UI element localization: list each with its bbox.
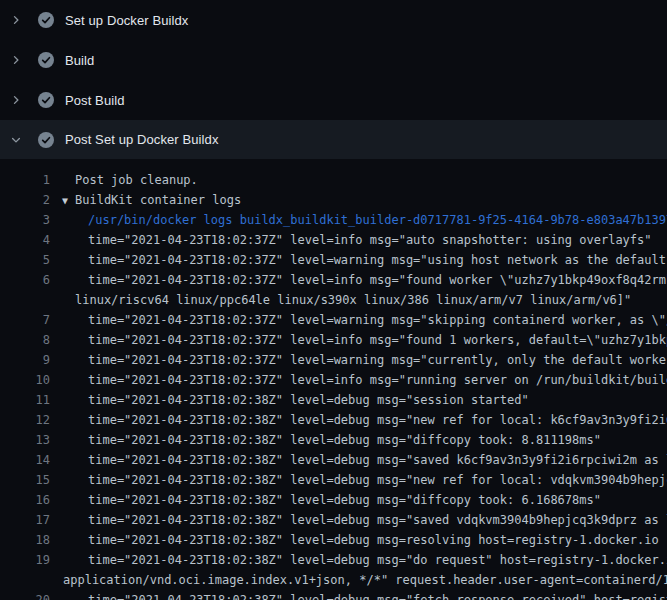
check-circle-icon xyxy=(38,12,54,28)
log-line-number[interactable]: 18 xyxy=(0,530,50,550)
log-line-number[interactable]: 19 xyxy=(0,550,50,570)
log-line-text: application/vnd.oci.image.index.v1+json,… xyxy=(63,573,667,587)
log-line: 17 time="2021-04-23T18:02:38Z" level=deb… xyxy=(0,510,667,530)
step-title: Post Build xyxy=(65,93,125,108)
log-line-text: /usr/bin/docker logs buildx_buildkit_bui… xyxy=(88,213,667,227)
log-line-number[interactable]: 5 xyxy=(0,250,50,270)
log-line: 11 time="2021-04-23T18:02:38Z" level=deb… xyxy=(0,390,667,410)
log-line-text: time="2021-04-23T18:02:37Z" level=warnin… xyxy=(88,353,667,367)
log-line: 12 time="2021-04-23T18:02:38Z" level=deb… xyxy=(0,410,667,430)
check-circle-icon xyxy=(38,132,54,148)
log-line: application/vnd.oci.image.index.v1+json,… xyxy=(0,570,667,590)
log-line-number[interactable]: 9 xyxy=(0,350,50,370)
log-line: 2 ▼BuildKit container logs xyxy=(0,190,667,210)
log-line: 9 time="2021-04-23T18:02:37Z" level=warn… xyxy=(0,350,667,370)
chevron-right-icon xyxy=(10,54,22,66)
check-circle-icon xyxy=(38,52,54,68)
log-line-text: time="2021-04-23T18:02:37Z" level=info m… xyxy=(88,333,667,347)
log-line: 8 time="2021-04-23T18:02:37Z" level=info… xyxy=(0,330,667,350)
log-line-number[interactable]: 12 xyxy=(0,410,50,430)
log-line-number[interactable]: 11 xyxy=(0,390,50,410)
log-line-number[interactable]: 20 xyxy=(0,590,50,600)
step-title: Post Set up Docker Buildx xyxy=(65,132,219,147)
log-line: 3 /usr/bin/docker logs buildx_buildkit_b… xyxy=(0,210,667,230)
log-line-text: time="2021-04-23T18:02:38Z" level=debug … xyxy=(88,413,667,427)
log-area: 1 Post job cleanup. 2 ▼BuildKit containe… xyxy=(0,159,667,600)
step-title: Set up Docker Buildx xyxy=(65,13,188,28)
log-line-text: time="2021-04-23T18:02:38Z" level=debug … xyxy=(88,433,601,447)
log-line-text: time="2021-04-23T18:02:37Z" level=warnin… xyxy=(88,253,667,267)
log-line-number[interactable]: 4 xyxy=(0,230,50,250)
log-line-text: time="2021-04-23T18:02:38Z" level=debug … xyxy=(88,453,667,467)
log-line-number[interactable]: 15 xyxy=(0,470,50,490)
log-line-text: time="2021-04-23T18:02:38Z" level=debug … xyxy=(88,493,601,507)
step-list: Set up Docker Buildx Build Post Build Po… xyxy=(0,0,667,159)
log-line: 10 time="2021-04-23T18:02:37Z" level=inf… xyxy=(0,370,667,390)
log-line: 16 time="2021-04-23T18:02:38Z" level=deb… xyxy=(0,490,667,510)
step-title: Build xyxy=(65,53,94,68)
log-line: 4 time="2021-04-23T18:02:37Z" level=info… xyxy=(0,230,667,250)
log-line-text: Post job cleanup. xyxy=(75,173,198,187)
chevron-right-icon xyxy=(10,14,22,26)
step-header[interactable]: Post Build xyxy=(0,80,667,120)
log-line-number[interactable]: 2 xyxy=(0,190,50,210)
log-line: 1 Post job cleanup. xyxy=(0,170,667,190)
log-line-text: time="2021-04-23T18:02:37Z" level=warnin… xyxy=(88,313,667,327)
log-line-text: time="2021-04-23T18:02:38Z" level=debug … xyxy=(88,533,659,547)
log-line: linux/riscv64 linux/ppc64le linux/s390x … xyxy=(0,290,667,310)
check-circle-icon xyxy=(38,92,54,108)
log-line-text: linux/riscv64 linux/ppc64le linux/s390x … xyxy=(75,293,631,307)
step-header[interactable]: Post Set up Docker Buildx xyxy=(0,120,667,159)
log-line-number[interactable]: 7 xyxy=(0,310,50,330)
log-line-text: time="2021-04-23T18:02:38Z" level=debug … xyxy=(88,473,667,487)
log-line-number[interactable]: 8 xyxy=(0,330,50,350)
step-header[interactable]: Set up Docker Buildx xyxy=(0,0,667,40)
log-line-number[interactable]: 6 xyxy=(0,270,50,290)
log-line-text: time="2021-04-23T18:02:38Z" level=debug … xyxy=(88,593,667,600)
chevron-down-icon xyxy=(10,134,22,146)
chevron-right-icon xyxy=(10,94,22,106)
log-line-text: time="2021-04-23T18:02:37Z" level=info m… xyxy=(88,273,667,287)
log-line: 6 time="2021-04-23T18:02:37Z" level=info… xyxy=(0,270,667,290)
log-line-text: time="2021-04-23T18:02:37Z" level=info m… xyxy=(88,233,652,247)
log-line: 18 time="2021-04-23T18:02:38Z" level=deb… xyxy=(0,530,667,550)
log-line-text: time="2021-04-23T18:02:37Z" level=info m… xyxy=(88,373,667,387)
log-line: 7 time="2021-04-23T18:02:37Z" level=warn… xyxy=(0,310,667,330)
group-toggle-icon[interactable]: ▼ xyxy=(62,191,75,211)
log-line: 13 time="2021-04-23T18:02:38Z" level=deb… xyxy=(0,430,667,450)
log-line: 20 time="2021-04-23T18:02:38Z" level=deb… xyxy=(0,590,667,600)
actions-log-viewer: Set up Docker Buildx Build Post Build Po… xyxy=(0,0,667,600)
log-line-number[interactable]: 16 xyxy=(0,490,50,510)
log-line: 5 time="2021-04-23T18:02:37Z" level=warn… xyxy=(0,250,667,270)
log-line-number[interactable]: 10 xyxy=(0,370,50,390)
log-line-text: time="2021-04-23T18:02:38Z" level=debug … xyxy=(88,393,529,407)
log-line: 15 time="2021-04-23T18:02:38Z" level=deb… xyxy=(0,470,667,490)
log-line-number[interactable]: 13 xyxy=(0,430,50,450)
log-line-number[interactable]: 1 xyxy=(0,170,50,190)
log-line: 14 time="2021-04-23T18:02:38Z" level=deb… xyxy=(0,450,667,470)
log-line-number[interactable]: 14 xyxy=(0,450,50,470)
log-line-number[interactable]: 3 xyxy=(0,210,50,230)
log-line: 19 time="2021-04-23T18:02:38Z" level=deb… xyxy=(0,550,667,570)
step-header[interactable]: Build xyxy=(0,40,667,80)
log-line-text: time="2021-04-23T18:02:38Z" level=debug … xyxy=(88,553,667,567)
log-line-text: BuildKit container logs xyxy=(75,193,241,207)
log-line-text: time="2021-04-23T18:02:38Z" level=debug … xyxy=(88,513,667,527)
log-line-number[interactable]: 17 xyxy=(0,510,50,530)
